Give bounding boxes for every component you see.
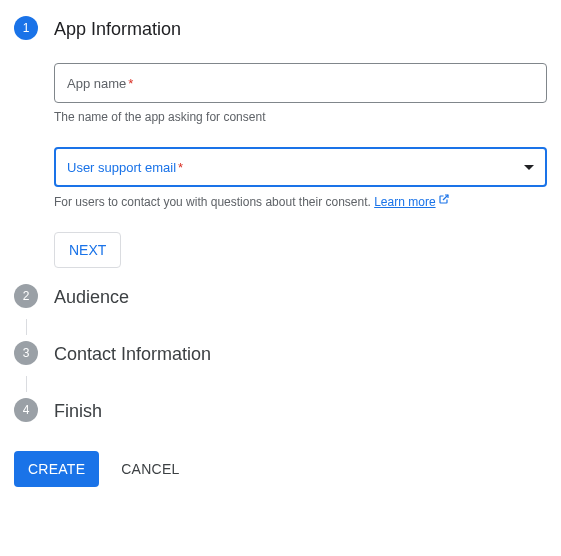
- support-email-dropdown[interactable]: User support email*: [54, 147, 547, 187]
- step-app-information: 1 App Information App name* The name of …: [14, 16, 547, 284]
- cancel-button[interactable]: CANCEL: [107, 451, 193, 487]
- step-number-badge: 4: [14, 398, 38, 422]
- step-connector: [26, 376, 27, 392]
- app-name-label: App name*: [67, 76, 133, 91]
- step-number-badge: 1: [14, 16, 38, 40]
- chevron-down-icon: [524, 165, 534, 170]
- next-button[interactable]: NEXT: [54, 232, 121, 268]
- step-audience[interactable]: 2 Audience: [14, 284, 547, 313]
- step-finish[interactable]: 4 Finish: [14, 398, 547, 427]
- step-contact-information[interactable]: 3 Contact Information: [14, 341, 547, 370]
- footer-actions: CREATE CANCEL: [14, 451, 547, 487]
- app-name-helper: The name of the app asking for consent: [54, 109, 547, 125]
- support-email-label: User support email*: [67, 160, 183, 175]
- support-email-group: User support email* For users to contact…: [54, 147, 547, 210]
- app-name-input[interactable]: App name*: [54, 63, 547, 103]
- step-indicator: 1: [14, 16, 38, 52]
- create-button[interactable]: CREATE: [14, 451, 99, 487]
- step-connector: [26, 319, 27, 335]
- step-title: Contact Information: [54, 341, 547, 366]
- step-indicator: 2: [14, 284, 38, 308]
- step-title: Finish: [54, 398, 547, 423]
- app-name-group: App name* The name of the app asking for…: [54, 63, 547, 125]
- support-email-helper: For users to contact you with questions …: [54, 193, 547, 210]
- external-link-icon: [438, 193, 450, 209]
- step-number-badge: 2: [14, 284, 38, 308]
- step-number-badge: 3: [14, 341, 38, 365]
- step-title: Audience: [54, 284, 547, 309]
- learn-more-link[interactable]: Learn more: [374, 195, 449, 209]
- step-content: App name* The name of the app asking for…: [54, 41, 547, 280]
- step-indicator: 3: [14, 341, 38, 365]
- step-indicator: 4: [14, 398, 38, 422]
- step-title: App Information: [54, 16, 547, 41]
